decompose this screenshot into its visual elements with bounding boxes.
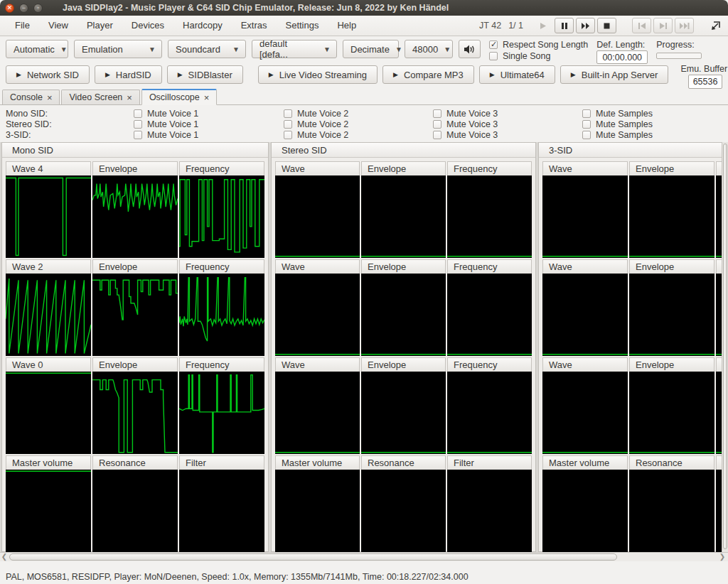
ultimate64-button[interactable]: ▶Ultimate64: [479, 65, 555, 84]
skip-to-start-button[interactable]: [632, 18, 651, 33]
menu-extras[interactable]: Extras: [232, 16, 277, 36]
mono-sid-mute-voice-1[interactable]: Mute Voice 1: [134, 109, 284, 119]
menu-view[interactable]: View: [39, 16, 77, 36]
tab-oscilloscope[interactable]: Oscilloscope×: [141, 89, 217, 105]
mute-voice-1-checkbox[interactable]: [134, 109, 142, 118]
mute-voice-2-checkbox[interactable]: [284, 120, 292, 129]
button-label: Built-in App Server: [582, 70, 658, 80]
3-sid-mute-voice-2[interactable]: Mute Voice 2: [284, 130, 433, 140]
scope-cell-resonance: Resonance: [361, 455, 446, 552]
mute-voice-1-checkbox[interactable]: [134, 131, 142, 139]
scope-cell-filter: Filter: [447, 455, 532, 552]
single-song-option[interactable]: Single Song: [489, 50, 588, 61]
combo-default-defa[interactable]: default [defa...▼: [252, 40, 337, 58]
horizontal-scrollbar[interactable]: ❮ ❯: [0, 552, 728, 561]
hardsid-button[interactable]: ▶HardSID: [95, 65, 162, 84]
button-label: Live Video Streaming: [279, 70, 367, 80]
skip-to-end-button[interactable]: [675, 18, 694, 33]
menu-hardcopy[interactable]: Hardcopy: [173, 16, 232, 36]
mute-row-stereo-sid: Stereo SID:Mute Voice 1Mute Voice 2Mute …: [6, 119, 728, 129]
mute-voice-3-checkbox[interactable]: [433, 109, 441, 118]
menu-file[interactable]: File: [6, 16, 39, 36]
play-button[interactable]: [533, 18, 552, 33]
pause-button[interactable]: [555, 18, 574, 33]
compare-mp3-button[interactable]: ▶Compare MP3: [382, 65, 474, 84]
stereo-sid-mute-voice-2[interactable]: Mute Voice 2: [284, 119, 433, 129]
stereo-sid-mute-voice-1[interactable]: Mute Voice 1: [134, 119, 284, 129]
scope-cell-header: Filter: [447, 455, 532, 470]
panel-title: Stereo SID: [272, 143, 535, 158]
menu-settings[interactable]: Settings: [277, 16, 328, 36]
combo-soundcard[interactable]: Soundcard▼: [168, 40, 246, 58]
combo-emulation[interactable]: Emulation▼: [74, 40, 162, 58]
mute-voice-1-checkbox[interactable]: [134, 120, 142, 129]
respect-song-length-checkbox[interactable]: [489, 40, 498, 49]
scope-cell-header: Frequency: [179, 357, 264, 372]
sidblaster-button[interactable]: ▶SIDBlaster: [167, 65, 243, 84]
panel-grid: WaveEnvelopeFrequencyWaveEnvelopeFrequen…: [272, 158, 535, 556]
combo-value: 48000: [412, 44, 438, 55]
checkbox-label: Mute Samples: [596, 109, 653, 119]
mute-samples-checkbox[interactable]: [582, 109, 591, 118]
panel-title: 3-SID: [539, 143, 728, 158]
menu-help[interactable]: Help: [328, 16, 365, 36]
built-in-app-server-button[interactable]: ▶Built-in App Server: [560, 65, 669, 84]
chevron-down-icon: ▼: [323, 45, 331, 53]
mute-samples-checkbox[interactable]: [582, 120, 591, 129]
combo-48000[interactable]: 48000▼: [405, 40, 453, 58]
combo-decimate[interactable]: Decimate▼: [343, 40, 399, 58]
minimize-icon[interactable]: −: [19, 4, 28, 13]
view-tabs: Console×Video Screen×Oscilloscope×: [0, 89, 728, 105]
scope-cell-header: Resonance: [629, 455, 714, 470]
menu-player[interactable]: Player: [77, 16, 122, 36]
live-video-streaming-button[interactable]: ▶Live Video Streaming: [258, 65, 378, 84]
mute-voice-3-checkbox[interactable]: [433, 120, 441, 129]
mono-sid-mute-voice-2[interactable]: Mute Voice 2: [284, 109, 433, 119]
menu-devices[interactable]: Devices: [122, 16, 173, 36]
scope-cell-header: Master volume: [275, 455, 360, 470]
mono-sid-mute-samples[interactable]: Mute Samples: [582, 109, 728, 119]
fast-forward-button[interactable]: [576, 18, 595, 33]
stop-button[interactable]: [597, 18, 616, 33]
respect-song-length-option[interactable]: Respect Song Length: [489, 39, 588, 50]
mute-samples-checkbox[interactable]: [582, 131, 591, 139]
mute-voice-2-checkbox[interactable]: [284, 109, 292, 118]
close-icon[interactable]: ✕: [5, 4, 14, 13]
3-sid-mute-voice-3[interactable]: Mute Voice 3: [433, 130, 582, 140]
vertical-scrollbar-thumb[interactable]: [723, 144, 727, 549]
tab-close-icon[interactable]: ×: [47, 92, 53, 103]
volume-button[interactable]: [459, 40, 481, 58]
scope-cell-header: Resonance: [361, 455, 446, 470]
oscilloscope-canvas: [629, 274, 714, 356]
mono-sid-mute-voice-3[interactable]: Mute Voice 3: [433, 109, 582, 119]
next-song-button[interactable]: [653, 18, 673, 33]
combo-automatic[interactable]: Automatic▼: [6, 40, 68, 58]
mute-voice-3-checkbox[interactable]: [433, 131, 441, 139]
stereo-sid-mute-voice-3[interactable]: Mute Voice 3: [433, 119, 582, 129]
tab-console[interactable]: Console×: [2, 90, 60, 104]
title-bar: ✕ − ▫ Java SIDPlay2 - Music Player & C64…: [0, 0, 728, 16]
tab-close-icon[interactable]: ×: [127, 92, 132, 103]
mute-voice-2-checkbox[interactable]: [284, 131, 292, 139]
stereo-sid-mute-samples[interactable]: Mute Samples: [582, 119, 728, 129]
network-sid-button[interactable]: ▶Network SID: [6, 65, 90, 84]
vertical-scrollbar[interactable]: [722, 142, 728, 552]
horizontal-scrollbar-thumb[interactable]: [9, 553, 617, 561]
oscilloscope-canvas: [361, 274, 446, 356]
3-sid-mute-samples[interactable]: Mute Samples: [582, 130, 728, 140]
scroll-left-icon[interactable]: ❮: [0, 553, 9, 561]
scope-cell-header: Wave 2: [6, 259, 91, 274]
scope-cell-frequency: Frequency: [179, 357, 264, 454]
scope-cell-filter: Filter: [179, 455, 264, 552]
tab-label: Oscilloscope: [149, 92, 200, 102]
scroll-right-icon[interactable]: ❯: [718, 553, 727, 561]
maximize-icon[interactable]: ▫: [33, 4, 43, 13]
default-length-input[interactable]: [596, 50, 648, 64]
undock-window-icon[interactable]: [707, 18, 724, 33]
3-sid-mute-voice-1[interactable]: Mute Voice 1: [134, 130, 284, 140]
oscilloscope-canvas: [542, 274, 628, 356]
tab-video-screen[interactable]: Video Screen×: [61, 90, 139, 104]
tab-close-icon[interactable]: ×: [204, 92, 210, 103]
single-song-checkbox[interactable]: [489, 52, 498, 60]
emu-buffer-input[interactable]: [688, 75, 722, 89]
